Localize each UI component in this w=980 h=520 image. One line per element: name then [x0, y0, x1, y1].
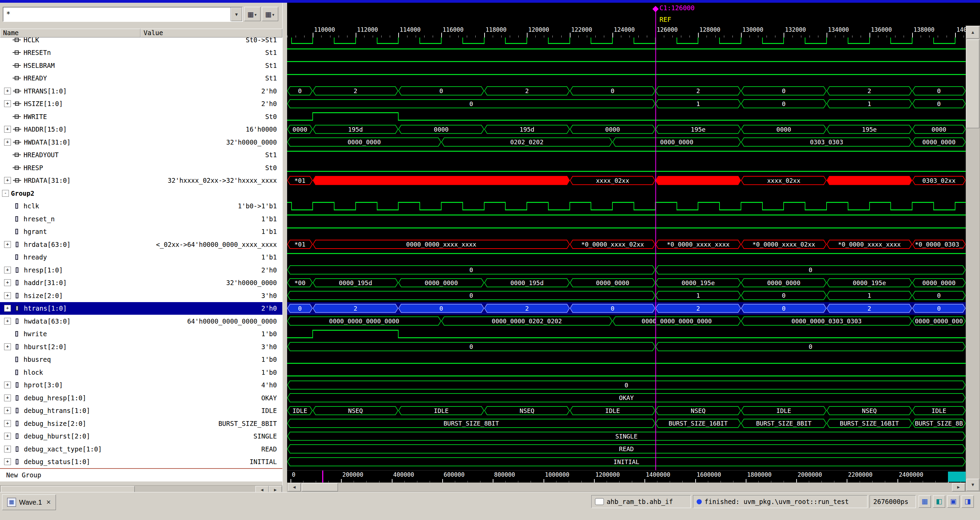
wave-row-hburst-2-0-[interactable]: 00	[287, 340, 966, 353]
expand-toggle-icon[interactable]: +	[4, 87, 11, 94]
wave-row-debug-xact-type-1-0-[interactable]: READ	[287, 443, 966, 456]
scrollbar-thumb[interactable]	[966, 40, 979, 128]
wave-row-hresp[interactable]	[287, 161, 966, 174]
time-ruler[interactable]: 1100001120001140001160001180001200001220…	[287, 25, 966, 38]
signal-row-hbusreq[interactable]: hbusreq1'b0	[0, 353, 282, 366]
signal-row-hburst-2-0-[interactable]: +hburst[2:0]3'h0	[0, 340, 282, 353]
close-icon[interactable]: ×	[46, 498, 51, 507]
wave-row-debug-hsize-2-0-[interactable]: BURST_SIZE_8BITBURST_SIZE_16BITBURST_SIZ…	[287, 417, 966, 430]
group-row-group2[interactable]: -Group2	[0, 187, 282, 200]
signal-row-hrdata-63-0-[interactable]: +hrdata[63:0]<_02xx->64'h0000_0000_xxxx_…	[0, 238, 282, 251]
wave-row-hwrite[interactable]	[287, 328, 966, 340]
collapse-toggle-icon[interactable]: -	[2, 190, 9, 197]
waveform-area[interactable]: C1:126000 REF 11000011200011400011600011…	[287, 3, 980, 482]
signal-row-hclk[interactable]: HCLKSt0->St1	[0, 38, 282, 46]
wave-row-debug-hresp-1-0-[interactable]: OKAY	[287, 391, 966, 404]
wave-row-hwdata-63-0-[interactable]: 0000_0000_0000_00000000_0000_0202_020200…	[287, 315, 966, 328]
scroll-up-button[interactable]: ▲	[966, 26, 979, 38]
scrollbar-thumb[interactable]	[302, 483, 338, 491]
expand-toggle-icon[interactable]: +	[4, 433, 11, 439]
waveform-vertical-scrollbar[interactable]: ▲ ▼	[966, 25, 980, 492]
wave-row-hrdata-63-0-[interactable]: *010000_0000_xxxx_xxxx*0_0000_xxxx_02xx*…	[287, 238, 966, 251]
wave-row-hprot-3-0-[interactable]: 0	[287, 379, 966, 392]
wave-row-hlock[interactable]	[287, 366, 966, 379]
signal-row-debug-xact-type-1-0-[interactable]: +debug_xact_type[1:0]READ	[0, 443, 282, 456]
wave-row-group2[interactable]	[287, 187, 966, 200]
signal-row-hreset-n[interactable]: hreset_n1'b1	[0, 212, 282, 226]
signal-row-hrdata-31-0-[interactable]: +HRDATA[31:0]32'hxxxx_02xx->32'hxxxx_xxx…	[0, 174, 282, 187]
signal-row-hreadyout[interactable]: HREADYOUTSt1	[0, 149, 282, 162]
scroll-right-button[interactable]: ►	[952, 483, 965, 491]
cursor-marker-icon[interactable]	[652, 6, 659, 12]
window-layout-icon[interactable]: ▣	[947, 495, 959, 508]
expand-toggle-icon[interactable]: +	[4, 420, 11, 427]
signal-row-hwrite[interactable]: hwrite1'b0	[0, 328, 282, 340]
wave-row-hready[interactable]	[287, 251, 966, 264]
signal-row-hwdata-31-0-[interactable]: +HWDATA[31:0]32'h0000_0000	[0, 136, 282, 149]
signal-row-debug-hsize-2-0-[interactable]: +debug_hsize[2:0]BURST_SIZE_8BIT	[0, 417, 282, 430]
wave-row-hsize-1-0-[interactable]: 01010	[287, 97, 966, 110]
expand-toggle-icon[interactable]: +	[4, 446, 11, 453]
expand-toggle-icon[interactable]: +	[4, 458, 11, 465]
expand-toggle-icon[interactable]: +	[4, 126, 11, 133]
expand-toggle-icon[interactable]: +	[4, 382, 11, 388]
wave-row-hresp-1-0-[interactable]: 00	[287, 264, 966, 277]
wave-row-hrdata-31-0-[interactable]: *01xxxx_02xxxxxx_02xx0303_02xx	[287, 174, 966, 187]
signal-row-hresetn[interactable]: HRESETnSt1	[0, 46, 282, 59]
expand-toggle-icon[interactable]: +	[4, 305, 11, 312]
expand-toggle-icon[interactable]: +	[4, 279, 11, 286]
wave-row-hbusreq[interactable]	[287, 353, 966, 366]
expand-toggle-icon[interactable]: +	[4, 241, 11, 248]
window-title-bar[interactable]	[0, 0, 980, 3]
signal-row-haddr-15-0-[interactable]: +HADDR[15:0]16'h0000	[0, 123, 282, 136]
signal-row-hready[interactable]: hready1'b1	[0, 251, 282, 264]
wave-row-htrans-1-0-[interactable]: 020202020	[287, 302, 966, 315]
signal-row-hsize-1-0-[interactable]: +HSIZE[1:0]2'h0	[0, 97, 282, 110]
expand-toggle-icon[interactable]: +	[4, 407, 11, 414]
window-layout-icon[interactable]: ▦	[919, 495, 931, 508]
signal-row-hprot-3-0-[interactable]: +hprot[3:0]4'h0	[0, 379, 282, 392]
signal-row-debug-hburst-2-0-[interactable]: +debug_hburst[2:0]SINGLE	[0, 430, 282, 443]
signal-row-hresp-1-0-[interactable]: +hresp[1:0]2'h0	[0, 264, 282, 277]
signal-row-hlock[interactable]: hlock1'b0	[0, 366, 282, 379]
expand-toggle-icon[interactable]: +	[4, 177, 11, 184]
signal-row-hgrant[interactable]: hgrant1'b1	[0, 226, 282, 239]
signal-row-hwrite[interactable]: HWRITESt0	[0, 110, 282, 123]
wave-row-debug-htrans-1-0-[interactable]: IDLENSEQIDLENSEQIDLENSEQIDLENSEQIDLE	[287, 404, 966, 417]
wave-row-hsize-2-0-[interactable]: 01010	[287, 289, 966, 302]
wave-row-debug-hburst-2-0-[interactable]: SINGLE	[287, 430, 966, 443]
expand-toggle-icon[interactable]: +	[4, 267, 11, 274]
wave-row-hready[interactable]	[287, 72, 966, 85]
wave-row-haddr-31-0-[interactable]: *000000_195d0000_00000000_195d0000_00000…	[287, 277, 966, 289]
wave-row-hwrite[interactable]	[287, 110, 966, 123]
value-column-header[interactable]: Value	[140, 29, 282, 38]
wave-row-hclk[interactable]	[287, 200, 966, 213]
signal-row-htrans-1-0-[interactable]: +HTRANS[1:0]2'h0	[0, 84, 282, 97]
cursor-line[interactable]	[655, 11, 656, 470]
group-view-button[interactable]: ▦▼	[244, 7, 261, 21]
display-options-button[interactable]: ▦▼	[262, 7, 278, 21]
new-group-row-new-group[interactable]: New Group	[0, 468, 282, 481]
signal-row-debug-htrans-1-0-[interactable]: +debug_htrans[1:0]IDLE	[0, 404, 282, 417]
signal-row-debug-status-1-0-[interactable]: +debug_status[1:0]INITIAL	[0, 456, 282, 469]
wave-row-hresetn[interactable]	[287, 46, 966, 59]
wave-row-hreadyout[interactable]	[287, 149, 966, 162]
expand-toggle-icon[interactable]: +	[4, 343, 11, 350]
wave-row-hwdata-31-0-[interactable]: 0000_00000202_02020000_00000303_03030000…	[287, 136, 966, 149]
wave-row-haddr-15-0-[interactable]: 0000195d0000195d0000195e0000195e0000	[287, 123, 966, 136]
wave-row-hselbram[interactable]	[287, 59, 966, 72]
wave-row-hclk[interactable]	[287, 38, 966, 46]
filter-dropdown-button[interactable]: ▼	[231, 8, 242, 21]
signal-row-hclk[interactable]: hclk1'b0->1'b1	[0, 200, 282, 213]
expand-toggle-icon[interactable]: +	[4, 394, 11, 401]
name-column-header[interactable]: Name	[0, 29, 140, 38]
signal-row-hready[interactable]: HREADYSt1	[0, 72, 282, 85]
signal-row-hselbram[interactable]: HSELBRAMSt1	[0, 59, 282, 72]
tab-wave-1[interactable]: ▦ Wave.1 ×	[2, 495, 56, 510]
expand-toggle-icon[interactable]: +	[4, 100, 11, 107]
signal-row-hresp[interactable]: HRESPSt0	[0, 161, 282, 174]
wave-row-hreset-n[interactable]	[287, 212, 966, 226]
signal-filter-input[interactable]	[3, 8, 231, 21]
signal-row-hwdata-63-0-[interactable]: +hwdata[63:0]64'h0000_0000_0000_0000	[0, 315, 282, 328]
expand-toggle-icon[interactable]: +	[4, 139, 11, 146]
